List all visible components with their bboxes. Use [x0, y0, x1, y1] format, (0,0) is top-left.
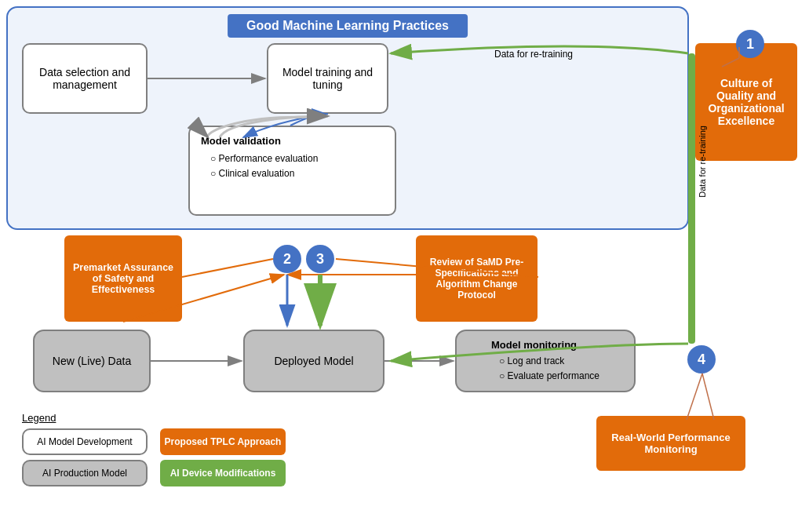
circle-1: 1: [736, 30, 764, 58]
samd-label: Review of SaMD Pre-Specifications and Al…: [422, 257, 531, 301]
monitoring-box: Model monitoring ○ Log and track ○ Evalu…: [455, 330, 636, 392]
new-live-label: New (Live) Data: [53, 355, 131, 367]
circle-4: 4: [687, 345, 716, 373]
log-track-item: ○ Log and track: [499, 354, 599, 369]
svg-line-12: [702, 373, 714, 420]
gmlp-title: Good Machine Learning Practices: [228, 14, 468, 38]
legend-title: Legend: [22, 412, 286, 424]
data-selection-label: Data selection and management: [30, 66, 140, 91]
legend-ai-device: AI Device Modifications: [160, 460, 286, 486]
legend-row-2: AI Production Model AI Device Modificati…: [22, 460, 286, 486]
data-selection-box: Data selection and management: [22, 43, 148, 114]
circle-3: 3: [306, 245, 334, 273]
samd-box: Review of SaMD Pre-Specifications and Al…: [416, 235, 538, 322]
svg-line-11: [687, 373, 702, 420]
eval-perf-item: ○ Evaluate performance: [499, 369, 599, 384]
model-training-label: Model training and tuning: [275, 66, 381, 91]
premarket-label: Premarket Assurance of Safety and Effect…: [71, 262, 176, 295]
model-validation-box: Model validation ○ Performance evaluatio…: [188, 126, 396, 216]
deployed-box: Deployed Model: [243, 330, 384, 392]
legend-tplc: Proposed TPLC Approach: [160, 428, 286, 455]
clinical-eval-item: ○ Clinical evaluation: [210, 166, 384, 181]
monitoring-title: Model monitoring: [491, 339, 599, 351]
new-live-box: New (Live) Data: [33, 330, 151, 392]
realworld-box: Real-World Performance Monitoring: [596, 416, 745, 471]
model-validation-title: Model validation: [201, 135, 384, 147]
legend-area: Legend AI Model Development Proposed TPL…: [22, 412, 286, 491]
culture-label: Culture of Quality and Organizational Ex…: [701, 77, 791, 127]
retraining-label-top: Data for re-training: [494, 49, 573, 60]
premarket-box: Premarket Assurance of Safety and Effect…: [64, 235, 182, 322]
legend-ai-model-dev: AI Model Development: [22, 428, 148, 455]
realworld-label: Real-World Performance Monitoring: [603, 432, 739, 455]
model-training-box: Model training and tuning: [267, 43, 388, 114]
retraining-bar: [688, 53, 695, 344]
legend-ai-prod: AI Production Model: [22, 460, 148, 486]
diagram-container: Good Machine Learning Practices Data sel…: [0, 0, 809, 532]
perf-eval-item: ○ Performance evaluation: [210, 151, 384, 166]
retraining-label-side: Data for re-training: [698, 126, 707, 198]
circle-2: 2: [273, 245, 301, 273]
culture-box: Culture of Quality and Organizational Ex…: [695, 43, 797, 161]
legend-row-1: AI Model Development Proposed TPLC Appro…: [22, 428, 286, 455]
deployed-label: Deployed Model: [274, 355, 353, 367]
